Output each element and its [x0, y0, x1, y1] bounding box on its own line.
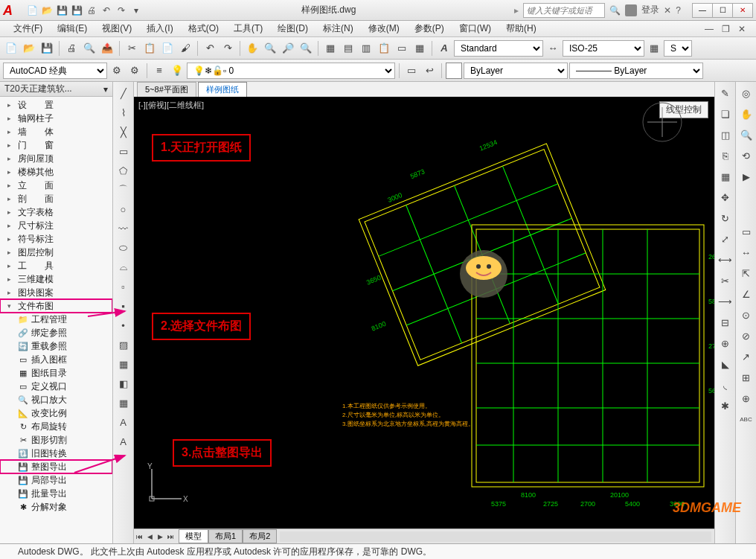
plot-icon[interactable]: 🖨	[63, 40, 80, 57]
layer-select[interactable]: 💡❄🔓▫ 0	[187, 63, 395, 79]
dim-diameter-icon[interactable]: ⊘	[738, 328, 755, 344]
chamfer-icon[interactable]: ◣	[717, 356, 734, 372]
design-center-icon[interactable]: ▤	[340, 40, 356, 57]
dim-angular-icon[interactable]: ∠	[738, 286, 755, 302]
dim-radius-icon[interactable]: ⊙	[738, 307, 755, 323]
dim-style-icon[interactable]: ↔	[545, 40, 561, 57]
mdi-minimize-icon[interactable]: —	[702, 22, 716, 36]
line-icon[interactable]: ╱	[115, 85, 132, 101]
text-style-icon[interactable]: A	[436, 40, 452, 57]
tree-item-2[interactable]: ▸墙 体	[0, 125, 112, 138]
zoom-extents-icon[interactable]: 🔍	[738, 127, 755, 143]
help-search-input[interactable]	[523, 3, 605, 18]
workspace-gear-icon[interactable]: ⚙	[126, 63, 143, 79]
mdi-close-icon[interactable]: ✕	[735, 22, 749, 36]
copy-icon[interactable]: 📋	[141, 40, 158, 57]
tree-item-23[interactable]: 📐改变比例	[0, 406, 112, 420]
undo-icon[interactable]: ↶	[100, 4, 113, 17]
sheet-set-icon[interactable]: 📋	[376, 40, 392, 57]
mdi-restore-icon[interactable]: ❐	[719, 22, 732, 36]
polygon-icon[interactable]: ⬠	[115, 162, 132, 179]
exchange-icon[interactable]: ✕	[664, 5, 671, 16]
xline-icon[interactable]: ╳	[115, 124, 132, 140]
tree-item-3[interactable]: ▸门 窗	[0, 138, 112, 152]
tree-item-0[interactable]: ▸设 置	[0, 98, 112, 112]
fillet-icon[interactable]: ◟	[717, 377, 734, 393]
ellipse-arc-icon[interactable]: ⌓	[115, 259, 132, 275]
view-label[interactable]: [-][俯视][二维线框]	[138, 100, 204, 111]
tree-item-10[interactable]: ▸符号标注	[0, 232, 112, 246]
table-style-select[interactable]: Sta	[664, 40, 692, 57]
layer-props-icon[interactable]: ≡	[151, 63, 167, 79]
linetype-select[interactable]: ———— ByLayer	[569, 63, 703, 79]
tree-item-8[interactable]: ▸文字表格	[0, 205, 112, 219]
polyline-icon[interactable]: ⌇	[115, 104, 132, 121]
properties-icon[interactable]: ▦	[322, 40, 339, 57]
scale-icon[interactable]: ⤢	[717, 231, 734, 247]
redo-icon[interactable]: ↷	[115, 4, 128, 17]
text-icon[interactable]: A	[115, 414, 132, 430]
region-icon[interactable]: ◧	[115, 375, 132, 392]
erase-icon[interactable]: ✎	[717, 85, 734, 101]
tree-item-13[interactable]: ▸三维建模	[0, 272, 112, 286]
tree-item-4[interactable]: ▸房间屋顶	[0, 152, 112, 165]
match-icon[interactable]: 🖌	[177, 40, 193, 57]
tree-item-1[interactable]: ▸轴网柱子	[0, 112, 112, 125]
workspace-select[interactable]: AutoCAD 经典	[3, 63, 107, 79]
layout-tab-1[interactable]: 布局1	[208, 529, 243, 543]
save-file-icon[interactable]: 💾	[39, 40, 55, 57]
scroll-first-icon[interactable]: ⏮	[134, 531, 144, 542]
menu-view[interactable]: 视图(V)	[96, 21, 138, 36]
array-icon[interactable]: ▦	[717, 168, 734, 185]
menu-format[interactable]: 格式(O)	[182, 21, 225, 36]
tree-item-6[interactable]: ▸立 面	[0, 179, 112, 192]
tree-item-30[interactable]: ✱分解对象	[0, 500, 112, 514]
zoom-icon[interactable]: 🔍	[262, 40, 278, 57]
mirror-icon[interactable]: ◫	[717, 127, 734, 143]
break-icon[interactable]: ⊟	[717, 314, 734, 330]
ellipse-icon[interactable]: ⬭	[115, 240, 132, 256]
center-mark-icon[interactable]: ⊕	[738, 390, 755, 406]
print-icon[interactable]: 🖨	[85, 4, 98, 17]
scroll-next-icon[interactable]: ▶	[155, 531, 165, 542]
scroll-last-icon[interactable]: ⏭	[165, 531, 176, 542]
calc-icon[interactable]: ▦	[411, 40, 428, 57]
tree-item-26[interactable]: 🔃旧图转换	[0, 447, 112, 460]
save-icon[interactable]: 💾	[55, 4, 68, 17]
workspace-settings-icon[interactable]: ⚙	[109, 63, 125, 79]
minimize-button[interactable]: —	[692, 3, 713, 18]
color-swatch[interactable]	[446, 63, 462, 79]
layout-tab-2[interactable]: 布局2	[243, 529, 277, 543]
tree-item-9[interactable]: ▸尺寸标注	[0, 219, 112, 232]
join-icon[interactable]: ⊕	[717, 335, 734, 351]
tree-item-29[interactable]: 💾批量导出	[0, 487, 112, 500]
new-icon[interactable]: 📄	[25, 4, 39, 17]
move-icon[interactable]: ✥	[717, 189, 734, 205]
viewport-tab[interactable]: 5~8#平面图	[137, 82, 196, 97]
extend-icon[interactable]: ⟶	[717, 293, 734, 310]
scroll-prev-icon[interactable]: ◀	[144, 531, 155, 542]
menu-modify[interactable]: 修改(M)	[362, 21, 406, 36]
dim-style-select[interactable]: ISO-25	[563, 40, 644, 57]
user-avatar-icon[interactable]	[625, 4, 637, 16]
tree-item-18[interactable]: 🔄重载参照	[0, 339, 112, 353]
pan-icon[interactable]: ✋	[244, 40, 260, 57]
abc-icon[interactable]: ABC	[738, 411, 755, 427]
dropdown-icon[interactable]: ▾	[129, 4, 143, 17]
tree-item-12[interactable]: ▸工 具	[0, 259, 112, 272]
saveas-icon[interactable]: 💾	[70, 4, 83, 17]
orbit-icon[interactable]: ⟲	[738, 147, 755, 164]
spline-icon[interactable]: 〰	[115, 220, 132, 237]
open-icon[interactable]: 📂	[40, 4, 54, 17]
trim-icon[interactable]: ✂	[717, 272, 734, 289]
help-icon[interactable]: ?	[676, 5, 681, 16]
copy2-icon[interactable]: ❏	[717, 106, 734, 122]
color-select[interactable]: ByLayer	[464, 63, 568, 79]
layer-state-icon[interactable]: 💡	[169, 63, 185, 79]
close-button[interactable]: ✕	[732, 3, 753, 18]
tree-item-25[interactable]: ✂图形切割	[0, 433, 112, 447]
rectangle-icon[interactable]: ▭	[115, 143, 132, 159]
menu-file[interactable]: 文件(F)	[7, 21, 48, 36]
mtext-icon[interactable]: A	[115, 433, 132, 450]
point-icon[interactable]: •	[115, 317, 132, 333]
